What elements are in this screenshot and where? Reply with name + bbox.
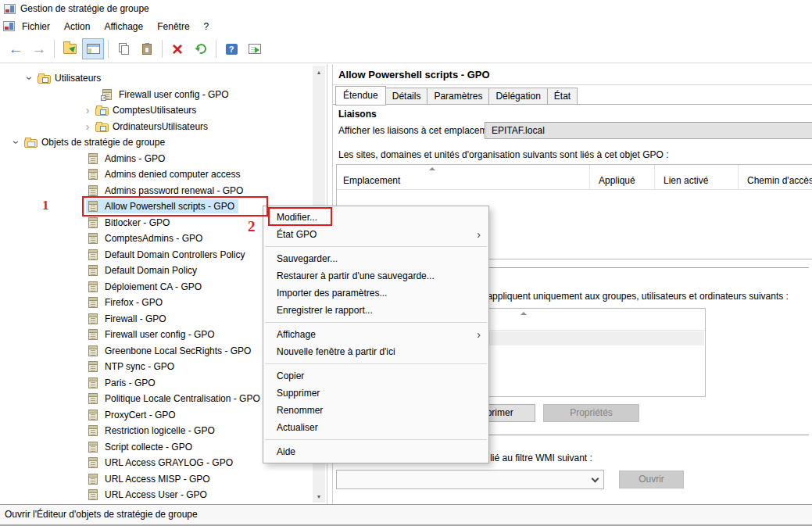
menu-item-label: Supprimer bbox=[277, 388, 320, 399]
context-menu-item-nouvelle-fenêtre-à-partir-d-ici[interactable]: Nouvelle fenêtre à partir d'ici bbox=[263, 343, 488, 360]
ou-folder-icon bbox=[95, 107, 109, 116]
menubar-item-fichier[interactable]: Fichier bbox=[15, 18, 57, 35]
tree-item-admins-denied-computer-access[interactable]: Admins denied computer access bbox=[0, 166, 327, 183]
tree-item-content: Script collecte - GPO bbox=[86, 440, 196, 454]
gpo-icon bbox=[88, 393, 98, 404]
menu-separator bbox=[265, 363, 487, 364]
menubar-item-affichage[interactable]: Affichage bbox=[97, 18, 150, 35]
annotation-number-2: 2 bbox=[248, 218, 256, 235]
column-header-chemin-d-accès[interactable]: Chemin d'accès bbox=[747, 175, 812, 186]
context-menu-item-aide[interactable]: Aide bbox=[263, 443, 488, 460]
gpo-icon bbox=[88, 345, 98, 356]
tree-item-label: ComptesUtilisateurs bbox=[112, 105, 196, 116]
back-button[interactable] bbox=[5, 38, 27, 59]
tree-item-utilisateurs[interactable]: ›Utilisateurs bbox=[0, 70, 327, 87]
tree-item-label: Firewall user config - GPO bbox=[104, 329, 215, 340]
chevron-down-icon[interactable]: › bbox=[11, 136, 22, 148]
context-menu-item-état-gpo[interactable]: État GPO› bbox=[263, 226, 488, 243]
tree-item-label: NTP sync - GPO bbox=[104, 361, 174, 372]
tree-item-label: Default Domain Policy bbox=[104, 265, 197, 276]
tree-item-label: Utilisateurs bbox=[54, 73, 101, 84]
console-tree-toggle-button[interactable] bbox=[82, 38, 104, 59]
linked-sites-caption: Les sites, domaines et unités d'organisa… bbox=[338, 149, 669, 160]
column-header-emplacement[interactable]: Emplacement bbox=[343, 175, 400, 186]
location-combobox[interactable]: EPITAF.local bbox=[485, 122, 812, 139]
context-menu-item-copier[interactable]: Copier bbox=[263, 367, 488, 385]
column-header-lien-activé[interactable]: Lien activé bbox=[664, 175, 708, 186]
tab-détails[interactable]: Détails bbox=[385, 88, 428, 105]
context-menu-item-sauvegarder[interactable]: Sauvegarder... bbox=[263, 250, 488, 267]
gpo-icon bbox=[88, 217, 98, 228]
tab-étendue[interactable]: Étendue bbox=[335, 86, 386, 106]
properties-button[interactable]: Propriétés bbox=[543, 404, 639, 422]
chevron-right-icon[interactable]: › bbox=[81, 121, 94, 132]
tab-paramètres[interactable]: Paramètres bbox=[427, 88, 489, 105]
scroll-down-arrow-icon[interactable]: ▼ bbox=[313, 490, 325, 503]
menu-item-label: Renommer bbox=[277, 405, 323, 416]
gpmc-app-icon bbox=[4, 4, 16, 14]
tree-item-url-access-misp-gpo[interactable]: URL Access MISP - GPO bbox=[0, 471, 327, 488]
context-menu-item-enregistrer-le-rapport[interactable]: Enregistrer le rapport... bbox=[263, 302, 488, 319]
forward-button[interactable] bbox=[28, 38, 50, 59]
help-button[interactable] bbox=[220, 38, 242, 59]
tab-état[interactable]: État bbox=[547, 88, 578, 105]
menu-separator bbox=[265, 322, 487, 323]
tree-item-objets-de-stratégie-de-groupe[interactable]: ›Objets de stratégie de groupe bbox=[0, 134, 327, 151]
chevron-right-icon[interactable]: › bbox=[81, 105, 94, 116]
scroll-up-arrow-icon[interactable]: ▲ bbox=[313, 66, 325, 78]
tree-item-label: Paris - GPO bbox=[104, 378, 156, 388]
tree-item-comptesutilisateurs[interactable]: ›ComptesUtilisateurs bbox=[0, 102, 327, 119]
folder-icon bbox=[24, 139, 38, 148]
column-header-appliqué[interactable]: Appliqué bbox=[599, 175, 635, 186]
help-icon bbox=[226, 44, 238, 55]
tree-item-url-access-user-gpo[interactable]: URL Access User - GPO bbox=[0, 487, 327, 503]
context-menu-item-restaurer-à-partir-d-une-sauvegarde[interactable]: Restaurer à partir d'une sauvegarde... bbox=[263, 267, 488, 284]
tree-item-content: URL Access GRAYLOG - GPO bbox=[86, 456, 237, 470]
toolbar bbox=[0, 35, 812, 63]
menu-item-label: Sauvegarder... bbox=[277, 253, 338, 264]
export-list-icon bbox=[249, 44, 261, 54]
tree-item-admins-gpo[interactable]: Admins - GPO bbox=[0, 151, 327, 167]
export-button[interactable] bbox=[59, 38, 80, 59]
menubar-items: FichierActionAffichageFenêtre? bbox=[15, 18, 216, 35]
tree-item-content: ProxyCert - GPO bbox=[86, 408, 180, 422]
sort-indicator-icon bbox=[429, 167, 435, 170]
wmi-filter-combobox[interactable] bbox=[336, 470, 604, 489]
submenu-arrow-icon: › bbox=[477, 326, 481, 343]
tree-item-content: Firewall - GPO bbox=[86, 312, 170, 326]
export-list-button[interactable] bbox=[244, 38, 266, 59]
paste-button[interactable] bbox=[136, 38, 158, 59]
tree-item-content: NTP sync - GPO bbox=[86, 360, 178, 374]
context-menu-item-renommer[interactable]: Renommer bbox=[263, 402, 488, 419]
context-menu-item-supprimer[interactable]: Supprimer bbox=[263, 385, 488, 402]
gpo-icon bbox=[88, 153, 98, 164]
ou-folder-icon bbox=[95, 123, 109, 132]
toolbar-separator bbox=[162, 40, 163, 58]
links-listview-header: EmplacementAppliquéLien activéChemin d'a… bbox=[337, 165, 812, 190]
tree-item-content: Firewall user config - GPO bbox=[100, 88, 233, 102]
tree-item-content: URL Access User - GPO bbox=[86, 488, 211, 502]
tab-strip: ÉtendueDétailsParamètresDélégationÉtat bbox=[335, 87, 812, 105]
copy-button[interactable] bbox=[113, 38, 134, 59]
context-menu-item-affichage[interactable]: Affichage› bbox=[263, 326, 488, 343]
tree-item-content: Bitlocker - GPO bbox=[86, 216, 173, 230]
menubar-item-?[interactable]: ? bbox=[197, 18, 216, 35]
tree-item-firewall-user-config-gpo[interactable]: Firewall user config - GPO bbox=[0, 87, 327, 103]
menubar-item-action[interactable]: Action bbox=[57, 18, 97, 35]
gpo-icon bbox=[88, 233, 98, 244]
tree-item-content: Admins denied computer access bbox=[86, 167, 244, 181]
tree-item-ordinateursutilisateurs[interactable]: ›OrdinateursUtilisateurs bbox=[0, 119, 327, 135]
refresh-button[interactable] bbox=[190, 38, 212, 59]
open-button[interactable]: Ouvrir bbox=[619, 471, 684, 488]
context-menu-item-actualiser[interactable]: Actualiser bbox=[263, 419, 488, 436]
chevron-down-icon[interactable]: › bbox=[24, 72, 35, 84]
context-menu-item-importer-des-paramètres[interactable]: Importer des paramètres... bbox=[263, 284, 488, 302]
menu-item-label: État GPO bbox=[277, 229, 317, 240]
menubar-item-fenêtre[interactable]: Fenêtre bbox=[150, 18, 196, 35]
delete-button[interactable] bbox=[166, 38, 188, 59]
tree-item-label: Admins denied computer access bbox=[104, 169, 240, 180]
tab-délégation[interactable]: Délégation bbox=[488, 88, 547, 105]
menu-separator bbox=[265, 439, 487, 440]
status-bar: Ouvrir l'Éditeur d'objets de stratégie d… bbox=[0, 504, 812, 526]
menu-item-label: Aide bbox=[277, 446, 295, 457]
